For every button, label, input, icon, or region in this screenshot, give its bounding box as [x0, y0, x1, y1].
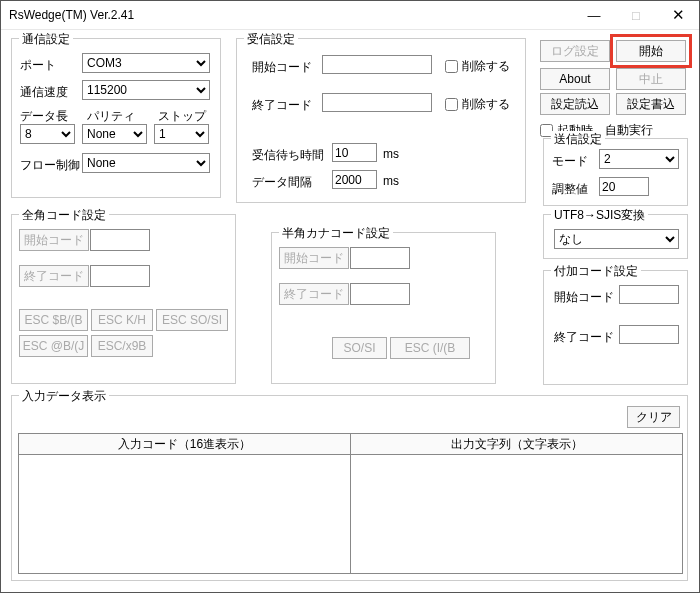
zen-b2-button: ESC K/H [91, 309, 153, 331]
stop-label: ストップ [158, 108, 206, 125]
group-recv: 受信設定 開始コード 削除する 終了コード 削除する 受信待ち時間 ms データ… [236, 38, 526, 203]
stop-button: 中止 [616, 68, 686, 90]
utf8-select[interactable]: なし [554, 229, 679, 249]
group-send-legend: 送信設定 [551, 131, 605, 148]
start-button[interactable]: 開始 [616, 40, 686, 62]
han-b1-button: SO/SI [332, 337, 387, 359]
port-label: ポート [20, 57, 56, 74]
recv-del1-check[interactable]: 削除する [445, 58, 510, 75]
minimize-button[interactable]: — [573, 1, 615, 29]
recv-wait-unit: ms [383, 147, 399, 161]
han-end-input[interactable] [350, 283, 410, 305]
group-hankaku-legend: 半角カナコード設定 [279, 225, 393, 242]
recv-interval-input[interactable] [332, 170, 377, 189]
group-hankaku: 半角カナコード設定 開始コード 終了コード SO/SI ESC (I/(B [271, 232, 496, 384]
send-mode-label: モード [552, 153, 588, 170]
group-send: 送信設定 モード 2 調整値 [543, 138, 688, 206]
recv-end-input[interactable] [322, 93, 432, 112]
recv-wait-input[interactable] [332, 143, 377, 162]
flow-select[interactable]: None [82, 153, 210, 173]
recv-start-label: 開始コード [252, 59, 312, 76]
han-b2-button: ESC (I/(B [390, 337, 470, 359]
zen-end-input[interactable] [90, 265, 150, 287]
baud-label: 通信速度 [20, 84, 68, 101]
recv-end-label: 終了コード [252, 97, 312, 114]
clear-button[interactable]: クリア [627, 406, 680, 428]
han-start-button: 開始コード [279, 247, 349, 269]
recv-interval-label: データ間隔 [252, 174, 312, 191]
group-comm-legend: 通信設定 [19, 31, 73, 48]
zen-b3-button: ESC SO/SI [156, 309, 228, 331]
group-display: 入力データ表示 クリア 入力コード（16進表示） 出力文字列（文字表示） [11, 395, 688, 581]
zen-end-button: 終了コード [19, 265, 89, 287]
addc-start-label: 開始コード [554, 289, 614, 306]
parity-select[interactable]: None [82, 124, 147, 144]
disp-col1-header: 入力コード（16進表示） [18, 433, 351, 455]
zen-start-input[interactable] [90, 229, 150, 251]
loadcfg-button[interactable]: 設定読込 [540, 93, 610, 115]
zen-b5-button: ESC/x9B [91, 335, 153, 357]
group-utf8: UTF8→SJIS変換 なし [543, 214, 688, 259]
disp-col1-body[interactable] [18, 454, 351, 574]
flow-label: フロー制御 [20, 157, 80, 174]
window-buttons: — □ ✕ [573, 1, 699, 29]
port-select[interactable]: COM3 [82, 53, 210, 73]
parity-label: パリティ [87, 108, 135, 125]
zen-b1-button: ESC $B/(B [19, 309, 88, 331]
maximize-button: □ [615, 1, 657, 29]
recv-interval-unit: ms [383, 174, 399, 188]
savecfg-button[interactable]: 設定書込 [616, 93, 686, 115]
group-zenkaku: 全角コード設定 開始コード 終了コード ESC $B/(B ESC K/H ES… [11, 214, 236, 384]
send-adj-input[interactable] [599, 177, 649, 196]
disp-col2-body[interactable] [350, 454, 683, 574]
recv-del2-check[interactable]: 削除する [445, 96, 510, 113]
han-start-input[interactable] [350, 247, 410, 269]
send-adj-label: 調整値 [552, 181, 588, 198]
stop-select[interactable]: 1 [154, 124, 209, 144]
client-area: 通信設定 ポート COM3 通信速度 115200 データ長 パリティ ストップ… [1, 30, 699, 42]
window-title: RsWedge(TM) Ver.2.41 [9, 8, 573, 22]
group-display-legend: 入力データ表示 [19, 388, 109, 405]
han-end-button: 終了コード [279, 283, 349, 305]
about-button[interactable]: About [540, 68, 610, 90]
addc-end-input[interactable] [619, 325, 679, 344]
group-addcode: 付加コード設定 開始コード 終了コード [543, 270, 688, 385]
app-window: RsWedge(TM) Ver.2.41 — □ ✕ 通信設定 ポート COM3… [0, 0, 700, 593]
data-label: データ長 [20, 108, 68, 125]
group-zenkaku-legend: 全角コード設定 [19, 207, 109, 224]
close-button[interactable]: ✕ [657, 1, 699, 29]
titlebar: RsWedge(TM) Ver.2.41 — □ ✕ [1, 1, 699, 30]
baud-select[interactable]: 115200 [82, 80, 210, 100]
disp-col2-header: 出力文字列（文字表示） [350, 433, 683, 455]
recv-wait-label: 受信待ち時間 [252, 147, 324, 164]
data-select[interactable]: 8 [20, 124, 75, 144]
group-comm: 通信設定 ポート COM3 通信速度 115200 データ長 パリティ ストップ… [11, 38, 221, 198]
log-button: ログ設定 [540, 40, 610, 62]
zen-start-button: 開始コード [19, 229, 89, 251]
addc-start-input[interactable] [619, 285, 679, 304]
zen-b4-button: ESC @B/(J [19, 335, 88, 357]
group-utf8-legend: UTF8→SJIS変換 [551, 207, 648, 224]
addc-end-label: 終了コード [554, 329, 614, 346]
send-mode-select[interactable]: 2 [599, 149, 679, 169]
group-addcode-legend: 付加コード設定 [551, 263, 641, 280]
recv-start-input[interactable] [322, 55, 432, 74]
group-recv-legend: 受信設定 [244, 31, 298, 48]
